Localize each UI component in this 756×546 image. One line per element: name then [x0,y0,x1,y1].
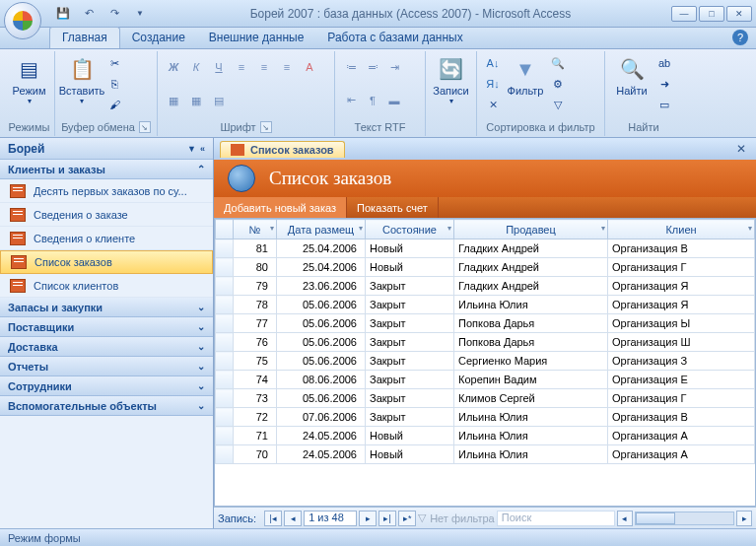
table-row[interactable]: 7207.06.2006ЗакрытИльина ЮлияОрганизация… [216,408,755,427]
italic-icon[interactable]: К [186,57,206,77]
table-row[interactable]: 7505.06.2006ЗакрытСергиенко МарияОрганиз… [216,352,755,371]
cell-id[interactable]: 79 [234,277,277,296]
cell-client[interactable]: Организация Г [608,389,755,408]
column-header[interactable]: Клиен▾ [608,220,755,239]
column-header[interactable]: Состояние▾ [366,220,454,239]
cell-seller[interactable]: Попкова Дарья [454,314,608,333]
table-row[interactable]: 7923.06.2006ЗакрытГладких АндрейОрганиза… [216,277,755,296]
next-record-button[interactable]: ▸ [359,511,377,526]
nav-section-header[interactable]: Отчеты⌄ [0,357,213,376]
cell-id[interactable]: 77 [234,314,277,333]
nav-item[interactable]: Сведения о заказе [0,203,213,227]
cell-state[interactable]: Закрыт [366,296,454,314]
cell-seller[interactable]: Гладких Андрей [454,277,608,296]
prev-record-button[interactable]: ◂ [284,511,302,526]
nav-section-header[interactable]: Запасы и закупки⌄ [0,298,213,317]
gridlines-icon[interactable]: ▦ [186,91,206,110]
table-row[interactable]: 7305.06.2006ЗакрытКлимов СергейОрганизац… [216,389,755,408]
qat-customize-icon[interactable]: ▼ [130,5,150,23]
cell-seller[interactable]: Ильина Юлия [454,427,608,445]
replace-icon[interactable]: ab [654,53,674,73]
cell-seller[interactable]: Ильина Юлия [454,445,608,464]
cell-date[interactable]: 05.06.2006 [277,296,366,314]
show-invoice-button[interactable]: Показать счет [347,197,439,218]
advanced-filter-icon[interactable]: ⚙ [548,74,568,94]
cell-id[interactable]: 71 [234,427,277,445]
scroll-right-button[interactable]: ▸ [736,511,752,526]
cell-client[interactable]: Организация Ш [608,333,755,352]
cell-id[interactable]: 80 [234,258,277,277]
search-field[interactable]: Поиск [497,511,615,526]
tab-database-tools[interactable]: Работа с базами данных [315,28,474,48]
horizontal-scrollbar[interactable]: ◂ ▸ [617,511,752,526]
column-dropdown-icon[interactable]: ▾ [748,224,752,233]
nav-item[interactable]: Список клиентов [0,274,213,298]
close-button[interactable]: ✕ [726,6,752,22]
no-filter-indicator[interactable]: ▽Нет фильтра [418,512,495,524]
cell-client[interactable]: Организация З [608,352,755,371]
fill-color-icon[interactable]: ▦ [164,91,183,110]
font-color-icon[interactable]: A [300,57,319,77]
row-selector[interactable] [216,445,234,464]
increase-indent-icon[interactable]: ⇥ [384,57,404,77]
row-selector[interactable] [216,352,234,371]
help-icon[interactable]: ? [732,30,748,45]
cell-state[interactable]: Закрыт [366,352,454,371]
new-record-button[interactable]: ▸* [398,511,416,526]
close-document-icon[interactable]: ✕ [732,142,750,156]
align-left-icon[interactable]: ≡ [232,57,251,77]
column-dropdown-icon[interactable]: ▾ [270,224,274,233]
decrease-indent-icon[interactable]: ⇤ [341,91,361,110]
cell-date[interactable]: 25.04.2006 [277,258,366,277]
highlight-icon[interactable]: ▬ [384,91,404,110]
font-dialog-launcher[interactable]: ↘ [260,121,272,133]
sort-desc-icon[interactable]: Я↓ [483,74,503,94]
table-row[interactable]: 7024.05.2006НовыйИльина ЮлияОрганизация … [216,445,755,464]
row-selector[interactable] [216,314,234,333]
align-center-icon[interactable]: ≡ [254,57,274,77]
cell-seller[interactable]: Гладких Андрей [454,239,608,258]
alt-fill-icon[interactable]: ▤ [209,91,229,110]
nav-dropdown-icon[interactable]: ▼ [187,144,196,154]
selection-filter-icon[interactable]: 🔍 [548,53,568,73]
cell-seller[interactable]: Корепин Вадим [454,371,608,389]
view-button[interactable]: ▤ Режим ▾ [10,53,48,105]
cell-state[interactable]: Новый [366,427,454,445]
goto-icon[interactable]: ➜ [654,74,674,94]
row-selector[interactable] [216,277,234,296]
save-icon[interactable]: 💾 [53,5,73,23]
cell-seller[interactable]: Ильина Юлия [454,296,608,314]
table-row[interactable]: 7408.06.2006ЗакрытКорепин ВадимОрганизац… [216,371,755,389]
cell-date[interactable]: 05.06.2006 [277,389,366,408]
cell-state[interactable]: Новый [366,239,454,258]
underline-icon[interactable]: Ч [209,57,229,77]
row-selector[interactable] [216,333,234,352]
last-record-button[interactable]: ▸| [378,511,396,526]
cell-state[interactable]: Закрыт [366,333,454,352]
table-row[interactable]: 7124.05.2006НовыйИльина ЮлияОрганизация … [216,427,755,445]
cell-id[interactable]: 70 [234,445,277,464]
cut-icon[interactable]: ✂ [104,53,124,73]
tab-create[interactable]: Создание [120,28,197,48]
table-row[interactable]: 7705.06.2006ЗакрытПопкова ДарьяОрганизац… [216,314,755,333]
cell-client[interactable]: Организация В [608,239,755,258]
clipboard-dialog-launcher[interactable]: ↘ [139,121,151,133]
bold-icon[interactable]: Ж [164,57,183,77]
tab-external-data[interactable]: Внешние данные [197,28,316,48]
row-selector[interactable] [216,296,234,314]
cell-client[interactable]: Организация В [608,408,755,427]
cell-client[interactable]: Организация Я [608,277,755,296]
scroll-thumb[interactable] [636,512,675,524]
cell-date[interactable]: 24.05.2006 [277,445,366,464]
cell-seller[interactable]: Ильина Юлия [454,408,608,427]
toggle-filter-icon[interactable]: ▽ [548,95,568,114]
scroll-track[interactable] [635,512,734,525]
cell-id[interactable]: 75 [234,352,277,371]
cell-seller[interactable]: Попкова Дарья [454,333,608,352]
document-tab[interactable]: Список заказов [220,141,345,158]
first-record-button[interactable]: |◂ [264,511,282,526]
records-button[interactable]: 🔄 Записи ▾ [432,53,470,105]
nav-section-header[interactable]: Вспомогательные объекты⌄ [0,396,213,416]
cell-seller[interactable]: Гладких Андрей [454,258,608,277]
nav-section-header[interactable]: Поставщики⌄ [0,317,213,337]
